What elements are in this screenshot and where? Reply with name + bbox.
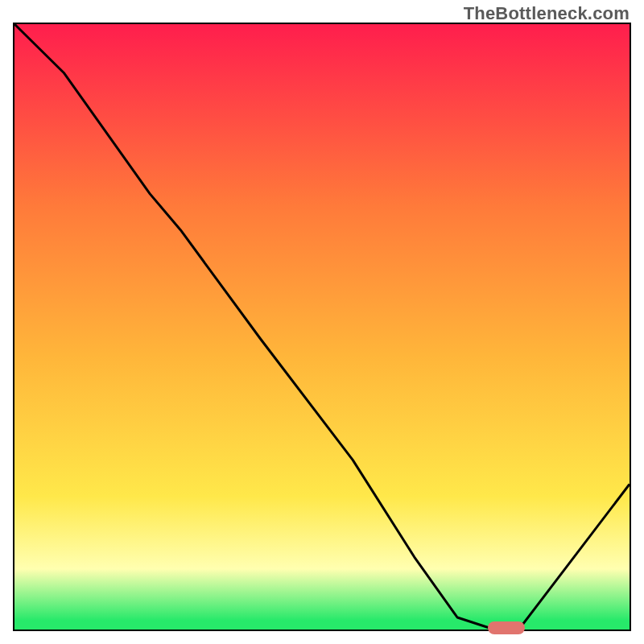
gradient-fill — [14, 24, 630, 630]
optimal-marker — [488, 621, 525, 634]
watermark-text: TheBottleneck.com — [464, 3, 630, 24]
bottleneck-chart — [14, 24, 630, 630]
